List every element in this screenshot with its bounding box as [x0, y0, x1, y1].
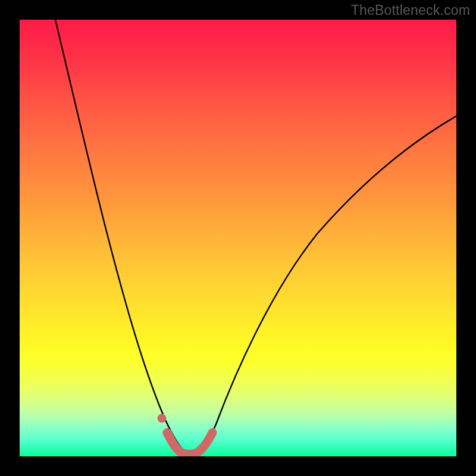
chart-frame: TheBottleneck.com	[0, 0, 476, 476]
bottleneck-curve	[20, 20, 456, 456]
attribution-text: TheBottleneck.com	[351, 2, 470, 18]
plot-area	[20, 20, 456, 456]
curve-right	[187, 116, 456, 455]
curve-left	[55, 20, 187, 455]
left-dot-marker	[158, 414, 167, 423]
